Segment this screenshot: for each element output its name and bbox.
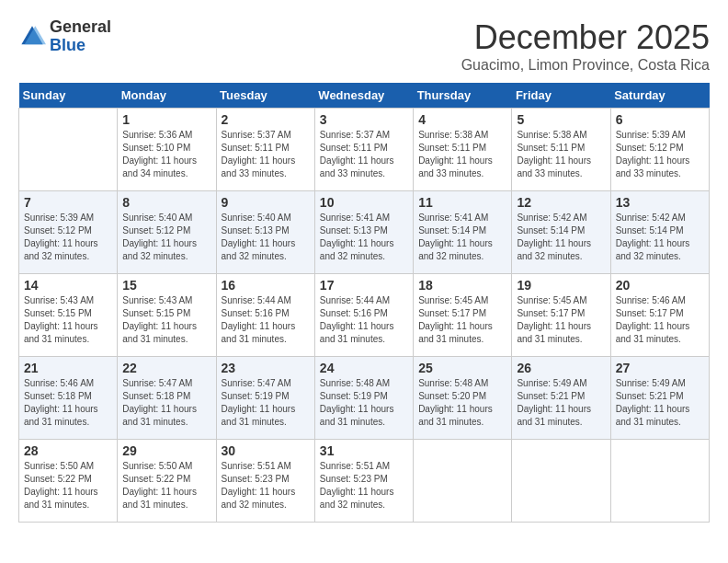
day-info: Sunrise: 5:45 AMSunset: 5:17 PMDaylight:… <box>517 294 605 346</box>
day-info: Sunrise: 5:40 AMSunset: 5:13 PMDaylight:… <box>222 212 310 263</box>
logo-text: General Blue <box>50 18 111 55</box>
header: General Blue December 2025 Guacimo, Limo… <box>18 18 710 74</box>
day-info: Sunrise: 5:51 AMSunset: 5:23 PMDaylight:… <box>320 460 408 511</box>
day-number: 18 <box>418 278 506 293</box>
calendar-cell: 19Sunrise: 5:45 AMSunset: 5:17 PMDayligh… <box>512 274 610 357</box>
calendar-cell: 4Sunrise: 5:38 AMSunset: 5:11 PMDaylight… <box>414 109 512 191</box>
calendar-cell: 5Sunrise: 5:38 AMSunset: 5:11 PMDaylight… <box>512 109 610 191</box>
day-info: Sunrise: 5:48 AMSunset: 5:20 PMDaylight:… <box>418 377 506 429</box>
day-info: Sunrise: 5:51 AMSunset: 5:23 PMDaylight:… <box>222 460 310 511</box>
calendar-cell: 7Sunrise: 5:39 AMSunset: 5:12 PMDaylight… <box>19 191 118 274</box>
calendar-table: SundayMondayTuesdayWednesdayThursdayFrid… <box>18 83 710 523</box>
calendar-cell: 28Sunrise: 5:50 AMSunset: 5:22 PMDayligh… <box>19 440 118 523</box>
day-info: Sunrise: 5:39 AMSunset: 5:12 PMDaylight:… <box>24 212 112 263</box>
calendar-cell: 16Sunrise: 5:44 AMSunset: 5:16 PMDayligh… <box>216 274 314 357</box>
day-info: Sunrise: 5:46 AMSunset: 5:17 PMDaylight:… <box>616 294 704 346</box>
logo-icon <box>18 23 46 51</box>
calendar-cell <box>19 109 118 191</box>
day-number: 16 <box>222 278 310 293</box>
calendar-cell <box>512 440 610 523</box>
calendar-cell: 20Sunrise: 5:46 AMSunset: 5:17 PMDayligh… <box>610 274 709 357</box>
day-info: Sunrise: 5:40 AMSunset: 5:12 PMDaylight:… <box>122 212 210 263</box>
day-number: 23 <box>222 361 310 375</box>
calendar-cell: 6Sunrise: 5:39 AMSunset: 5:12 PMDaylight… <box>610 109 709 191</box>
day-number: 26 <box>517 361 605 375</box>
day-number: 27 <box>616 361 704 375</box>
day-number: 13 <box>616 195 704 210</box>
calendar-cell: 10Sunrise: 5:41 AMSunset: 5:13 PMDayligh… <box>314 191 413 274</box>
day-number: 28 <box>24 443 112 458</box>
day-info: Sunrise: 5:44 AMSunset: 5:16 PMDaylight:… <box>222 294 310 346</box>
calendar-cell: 22Sunrise: 5:47 AMSunset: 5:18 PMDayligh… <box>118 357 216 440</box>
day-number: 14 <box>24 278 112 293</box>
logo: General Blue <box>18 18 111 55</box>
calendar-cell: 29Sunrise: 5:50 AMSunset: 5:22 PMDayligh… <box>118 440 216 523</box>
day-info: Sunrise: 5:37 AMSunset: 5:11 PMDaylight:… <box>222 129 310 180</box>
day-number: 17 <box>320 278 408 293</box>
calendar-cell: 15Sunrise: 5:43 AMSunset: 5:15 PMDayligh… <box>118 274 216 357</box>
header-row: SundayMondayTuesdayWednesdayThursdayFrid… <box>19 83 710 109</box>
day-number: 10 <box>320 195 408 210</box>
day-header-thursday: Thursday <box>414 83 512 109</box>
title-section: December 2025 Guacimo, Limon Province, C… <box>461 18 710 74</box>
day-info: Sunrise: 5:42 AMSunset: 5:14 PMDaylight:… <box>517 212 605 263</box>
day-info: Sunrise: 5:50 AMSunset: 5:22 PMDaylight:… <box>122 460 210 511</box>
day-info: Sunrise: 5:39 AMSunset: 5:12 PMDaylight:… <box>616 129 704 180</box>
calendar-cell: 25Sunrise: 5:48 AMSunset: 5:20 PMDayligh… <box>414 357 512 440</box>
day-header-friday: Friday <box>512 83 610 109</box>
calendar-cell: 1Sunrise: 5:36 AMSunset: 5:10 PMDaylight… <box>118 109 216 191</box>
day-number: 29 <box>122 443 210 458</box>
calendar-cell: 27Sunrise: 5:49 AMSunset: 5:21 PMDayligh… <box>610 357 709 440</box>
day-info: Sunrise: 5:47 AMSunset: 5:18 PMDaylight:… <box>122 377 210 429</box>
day-info: Sunrise: 5:43 AMSunset: 5:15 PMDaylight:… <box>122 294 210 346</box>
day-number: 19 <box>517 278 605 293</box>
day-number: 24 <box>320 361 408 375</box>
location-subtitle: Guacimo, Limon Province, Costa Rica <box>461 57 710 74</box>
week-row-3: 14Sunrise: 5:43 AMSunset: 5:15 PMDayligh… <box>19 274 710 357</box>
week-row-5: 28Sunrise: 5:50 AMSunset: 5:22 PMDayligh… <box>19 440 710 523</box>
day-number: 12 <box>517 195 605 210</box>
day-info: Sunrise: 5:46 AMSunset: 5:18 PMDaylight:… <box>24 377 112 429</box>
day-header-sunday: Sunday <box>19 83 118 109</box>
day-number: 8 <box>122 195 210 210</box>
week-row-1: 1Sunrise: 5:36 AMSunset: 5:10 PMDaylight… <box>19 109 710 191</box>
day-info: Sunrise: 5:38 AMSunset: 5:11 PMDaylight:… <box>418 129 506 180</box>
calendar-cell: 18Sunrise: 5:45 AMSunset: 5:17 PMDayligh… <box>414 274 512 357</box>
calendar-cell: 8Sunrise: 5:40 AMSunset: 5:12 PMDaylight… <box>118 191 216 274</box>
day-number: 15 <box>122 278 210 293</box>
day-info: Sunrise: 5:48 AMSunset: 5:19 PMDaylight:… <box>320 377 408 429</box>
day-info: Sunrise: 5:45 AMSunset: 5:17 PMDaylight:… <box>418 294 506 346</box>
week-row-4: 21Sunrise: 5:46 AMSunset: 5:18 PMDayligh… <box>19 357 710 440</box>
week-row-2: 7Sunrise: 5:39 AMSunset: 5:12 PMDaylight… <box>19 191 710 274</box>
day-info: Sunrise: 5:50 AMSunset: 5:22 PMDaylight:… <box>24 460 112 511</box>
calendar-cell: 14Sunrise: 5:43 AMSunset: 5:15 PMDayligh… <box>19 274 118 357</box>
calendar-cell: 31Sunrise: 5:51 AMSunset: 5:23 PMDayligh… <box>314 440 413 523</box>
calendar-cell: 9Sunrise: 5:40 AMSunset: 5:13 PMDaylight… <box>216 191 314 274</box>
calendar-cell: 24Sunrise: 5:48 AMSunset: 5:19 PMDayligh… <box>314 357 413 440</box>
day-number: 3 <box>320 112 408 127</box>
day-info: Sunrise: 5:43 AMSunset: 5:15 PMDaylight:… <box>24 294 112 346</box>
day-info: Sunrise: 5:42 AMSunset: 5:14 PMDaylight:… <box>616 212 704 263</box>
calendar-cell: 13Sunrise: 5:42 AMSunset: 5:14 PMDayligh… <box>610 191 709 274</box>
calendar-cell: 3Sunrise: 5:37 AMSunset: 5:11 PMDaylight… <box>314 109 413 191</box>
calendar-cell: 17Sunrise: 5:44 AMSunset: 5:16 PMDayligh… <box>314 274 413 357</box>
month-title: December 2025 <box>461 18 710 57</box>
day-number: 5 <box>517 112 605 127</box>
day-info: Sunrise: 5:37 AMSunset: 5:11 PMDaylight:… <box>320 129 408 180</box>
day-info: Sunrise: 5:44 AMSunset: 5:16 PMDaylight:… <box>320 294 408 346</box>
day-number: 1 <box>122 112 210 127</box>
day-header-wednesday: Wednesday <box>314 83 413 109</box>
day-number: 20 <box>616 278 704 293</box>
calendar-cell: 26Sunrise: 5:49 AMSunset: 5:21 PMDayligh… <box>512 357 610 440</box>
day-header-monday: Monday <box>118 83 216 109</box>
day-header-saturday: Saturday <box>610 83 709 109</box>
calendar-cell <box>414 440 512 523</box>
day-header-tuesday: Tuesday <box>216 83 314 109</box>
calendar-cell: 30Sunrise: 5:51 AMSunset: 5:23 PMDayligh… <box>216 440 314 523</box>
day-number: 21 <box>24 361 112 375</box>
calendar-cell: 12Sunrise: 5:42 AMSunset: 5:14 PMDayligh… <box>512 191 610 274</box>
day-number: 4 <box>418 112 506 127</box>
day-number: 22 <box>122 361 210 375</box>
day-number: 25 <box>418 361 506 375</box>
day-number: 9 <box>222 195 310 210</box>
